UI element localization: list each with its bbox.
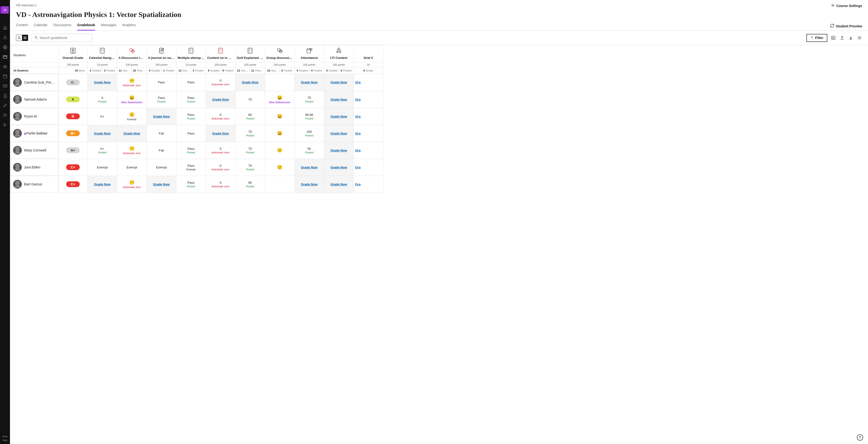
grade-cell[interactable]: 🙂 [265, 159, 294, 176]
institution-icon[interactable] [2, 25, 8, 31]
grade-cell[interactable]: 😄New Submission [117, 91, 147, 108]
overall-grade-cell[interactable]: A [58, 91, 88, 108]
grade-cell[interactable]: Gra [353, 176, 383, 193]
student-name-cell[interactable]: ▮Parfet Balblair [10, 125, 58, 142]
grade-cell[interactable]: Gra [353, 125, 383, 142]
grade-cell[interactable]: Exempt [88, 159, 117, 176]
grade-cell[interactable]: 70Posted [235, 125, 265, 142]
globe-icon[interactable] [2, 45, 8, 50]
view-grid-button[interactable] [22, 35, 28, 41]
grade-cell[interactable]: 80Posted [235, 108, 265, 125]
grade-cell[interactable]: 🙂Exempt [117, 108, 147, 125]
grade-cell[interactable]: Grade Now [324, 91, 353, 108]
grade-cell[interactable]: Grade Now [206, 125, 235, 142]
grade-cell[interactable]: 😶Automatic zero [117, 142, 147, 159]
grade-cell[interactable]: A+ [88, 108, 117, 125]
grade-cell[interactable]: 0Automatic zero [206, 159, 235, 176]
grade-cell[interactable]: Grade Now [324, 159, 353, 176]
grade-cell[interactable]: PassExempt [176, 159, 206, 176]
grade-cell[interactable]: Grade Now [294, 159, 324, 176]
insight-icon[interactable] [831, 35, 836, 40]
overall-grade-cell[interactable]: B [58, 108, 88, 125]
grade-cell[interactable]: PassPosted [176, 142, 206, 159]
student-name-cell[interactable]: Carolina Gutt_Prev… [10, 74, 58, 91]
overall-grade-cell[interactable]: C- [58, 74, 88, 91]
grade-cell[interactable]: Gra [353, 74, 383, 91]
grade-cell[interactable]: Gra [353, 108, 383, 125]
grade-cell[interactable]: Fail [147, 125, 176, 142]
grade-cell[interactable]: Grade Now [147, 108, 176, 125]
grade-cell[interactable]: Grade Now [88, 176, 117, 193]
grade-cell[interactable]: 😄 [265, 125, 294, 142]
grade-cell[interactable]: PassPosted [176, 176, 206, 193]
tab-messages[interactable]: Messages [101, 23, 116, 31]
grade-cell[interactable]: Grade Now [324, 108, 353, 125]
column-header[interactable]: Multiple attempts … [177, 45, 206, 62]
grade-cell[interactable]: Exempt [147, 159, 176, 176]
rail-footer-privacy[interactable]: Priva [2, 435, 7, 438]
column-header[interactable]: Attendance [294, 45, 324, 62]
tab-gradebook[interactable]: Gradebook [77, 23, 95, 31]
grade-cell[interactable]: Pass [176, 125, 206, 142]
grade-cell[interactable]: 😄 [265, 108, 294, 125]
grade-cell[interactable]: PassPosted [176, 91, 206, 108]
tab-discussions[interactable]: Discussions [53, 23, 71, 31]
grade-cell[interactable]: 70Posted [235, 142, 265, 159]
column-header[interactable]: Group discussion [265, 45, 294, 62]
grade-cell[interactable]: Grade Now [294, 176, 324, 193]
rail-footer-terms[interactable]: Term [2, 439, 7, 442]
calendar-icon[interactable] [2, 74, 8, 79]
overall-grade-cell[interactable]: A+ [58, 142, 88, 159]
grade-cell[interactable]: Pass [147, 74, 176, 91]
profile-icon[interactable] [2, 35, 8, 40]
search-field[interactable] [31, 34, 92, 42]
grade-cell[interactable] [265, 176, 294, 193]
student-name-cell[interactable]: Samuel Adams [10, 91, 58, 108]
grade-cell[interactable]: Grade Now [324, 142, 353, 159]
grade-cell[interactable]: PassPosted [176, 108, 206, 125]
overall-grade-header[interactable]: Overall Grade [59, 45, 88, 62]
column-header[interactable]: A journal on naviga… [147, 45, 176, 62]
student-name-cell[interactable]: Misty Cornwell [10, 142, 58, 159]
column-header[interactable]: LTI Content [324, 45, 353, 62]
tab-calendar[interactable]: Calendar [34, 23, 48, 31]
document-icon[interactable] [2, 93, 8, 98]
grade-cell[interactable]: Exempt [117, 159, 147, 176]
grade-cell[interactable]: Grade Now [206, 91, 235, 108]
grade-cell[interactable]: 100Posted [294, 125, 324, 142]
grade-cell[interactable]: Gra [353, 159, 383, 176]
courses-icon[interactable] [2, 54, 8, 60]
grade-cell[interactable]: 🙂 [265, 142, 294, 159]
close-panel-button[interactable] [1, 6, 9, 13]
grade-cell[interactable]: Grade Now [294, 74, 324, 91]
groups-icon[interactable] [2, 64, 8, 69]
grade-cell[interactable]: Gra [353, 91, 383, 108]
edit-icon[interactable] [2, 103, 8, 108]
column-header[interactable]: Content no in Grad… [206, 45, 235, 62]
grade-cell[interactable]: 0Automatic zero [206, 108, 235, 125]
overall-grade-cell[interactable]: C+ [58, 176, 88, 193]
grade-cell[interactable]: Grade Now [324, 74, 353, 91]
column-header[interactable]: A Discussion in a C… [117, 45, 147, 62]
course-settings-link[interactable]: Course Settings [831, 3, 862, 8]
grade-cell[interactable]: 80Posted [235, 176, 265, 193]
column-header[interactable]: Grid V [354, 45, 383, 62]
grade-cell[interactable]: Gra [353, 142, 383, 159]
grade-cell[interactable]: 70 [235, 91, 265, 108]
overall-grade-cell[interactable]: C+ [58, 159, 88, 176]
search-input[interactable] [38, 35, 89, 41]
grade-cell[interactable]: Grade Now [88, 125, 117, 142]
grade-cell[interactable]: 😶Automatic zero [117, 176, 147, 193]
filter-button[interactable]: Filter [806, 34, 827, 42]
tab-analytics[interactable]: Analytics [122, 23, 136, 31]
grade-cell[interactable]: Grade Now [235, 74, 265, 91]
students-header[interactable]: Students [10, 45, 59, 62]
grade-cell[interactable]: Grade Now [117, 125, 147, 142]
grade-cell[interactable]: Grade Now [147, 176, 176, 193]
gradebook-grid-scroll[interactable]: Students Overall Grade Celestial Navigat… [10, 45, 868, 444]
overall-grade-cell[interactable]: B+ [58, 125, 88, 142]
grade-cell[interactable]: Grade Now [324, 176, 353, 193]
grade-cell[interactable]: Fail [147, 142, 176, 159]
tab-content[interactable]: Content [16, 23, 28, 31]
grade-cell[interactable]: Grade Now [88, 74, 117, 91]
